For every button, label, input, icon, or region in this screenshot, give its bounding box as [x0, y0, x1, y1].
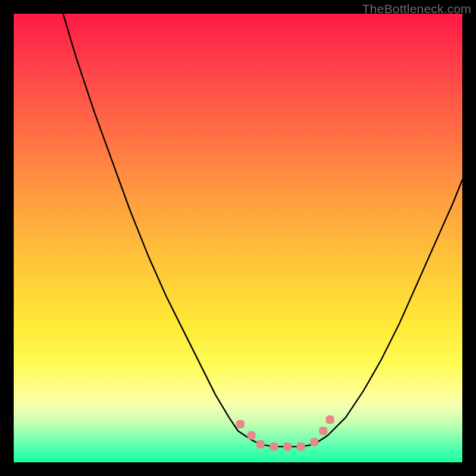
highlight-marker	[270, 443, 278, 451]
markers-group	[236, 415, 334, 450]
highlight-marker	[326, 415, 334, 424]
highlight-marker	[236, 420, 245, 428]
chart-frame: TheBottleneck.com	[0, 0, 476, 476]
highlight-marker	[283, 443, 292, 451]
plot-area	[14, 14, 462, 462]
highlight-marker	[248, 431, 256, 440]
bottleneck-curve	[63, 14, 462, 447]
highlight-marker	[297, 443, 305, 451]
highlight-marker	[310, 438, 318, 446]
highlight-marker	[256, 440, 265, 449]
watermark-text: TheBottleneck.com	[362, 2, 471, 16]
curve-group	[63, 14, 462, 447]
highlight-marker	[319, 427, 327, 435]
curve-layer	[14, 14, 462, 462]
